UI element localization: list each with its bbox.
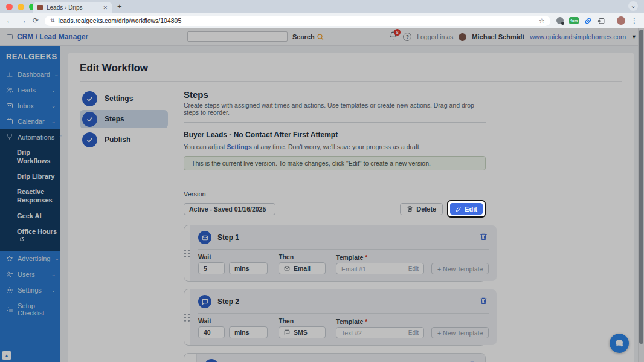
toolbar-separator	[611, 16, 611, 25]
browser-tab[interactable]: Leads › Drips ✕	[33, 2, 112, 13]
edit-button-highlight: Edit	[447, 200, 486, 218]
bookmark-star-icon[interactable]: ☆	[539, 17, 545, 25]
browser-tab-strip: Leads › Drips ✕ + ⌄	[0, 0, 644, 13]
browser-profile-avatar[interactable]	[617, 16, 625, 25]
dim-overlay	[0, 28, 644, 362]
url-bar[interactable]: ⇅ leads.realgeeks.com/drip/workflows/104…	[45, 16, 550, 26]
forward-button[interactable]: →	[19, 17, 27, 24]
traffic-lights	[6, 4, 36, 10]
site-info-icon[interactable]: ⇅	[50, 18, 55, 24]
pencil-icon	[456, 206, 462, 212]
screen: Leads › Drips ✕ + ⌄ ← → ⟳ ⇅ leads.realge…	[0, 0, 644, 362]
url-text: leads.realgeeks.com/drip/workflows/10480…	[59, 17, 535, 24]
close-window-button[interactable]	[6, 4, 13, 10]
page-viewport: CRM / Lead Manager Search 8 ? Logged in …	[0, 28, 644, 362]
tab-search-chevron-icon[interactable]: ⌄	[628, 1, 638, 11]
edit-button[interactable]: Edit	[450, 203, 483, 215]
reload-button[interactable]: ⟳	[33, 17, 39, 24]
new-tab-button[interactable]: +	[117, 2, 122, 11]
tab-title: Leads › Drips	[47, 4, 99, 11]
back-button[interactable]: ←	[6, 17, 13, 24]
browser-toolbar: ← → ⟳ ⇅ leads.realgeeks.com/drip/workflo…	[0, 13, 644, 28]
tab-favicon-icon	[37, 5, 43, 10]
extension-clock-icon[interactable]: 4pm	[569, 17, 579, 24]
extension-link-icon[interactable]	[584, 17, 592, 25]
extension-icons: 4pm ⋮	[556, 16, 638, 25]
browser-menu-icon[interactable]: ⋮	[631, 16, 638, 25]
extension-privacy-icon[interactable]	[556, 17, 564, 24]
edit-button-label: Edit	[465, 205, 477, 213]
minimize-window-button[interactable]	[18, 4, 24, 10]
extensions-puzzle-icon[interactable]	[597, 17, 605, 25]
tab-close-icon[interactable]: ✕	[103, 5, 108, 11]
